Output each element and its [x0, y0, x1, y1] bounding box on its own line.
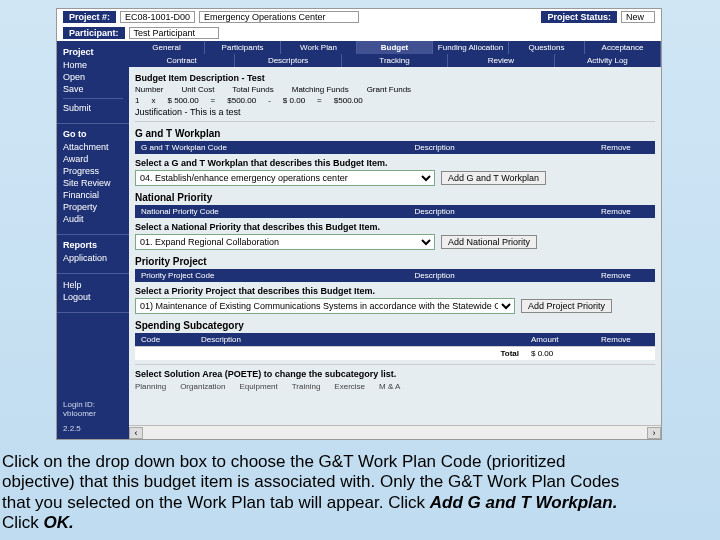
side-award[interactable]: Award	[63, 153, 123, 165]
gt-header-bar: G and T Workplan Code Description Remove	[135, 141, 655, 154]
side-save[interactable]: Save	[63, 83, 123, 95]
tab-questions[interactable]: Questions	[509, 41, 585, 54]
side-head-goto: Go to	[63, 129, 123, 139]
np-select[interactable]: 01. Expand Regional Collaboration	[135, 234, 435, 250]
tab-general[interactable]: General	[129, 41, 205, 54]
side-home[interactable]: Home	[63, 59, 123, 71]
tab-tracking[interactable]: Tracking	[342, 54, 448, 67]
login-id-label: Login ID:	[63, 400, 123, 409]
side-head-project: Project	[63, 47, 123, 57]
add-gt-workplan-button[interactable]: Add G and T Workplan	[441, 171, 546, 185]
main: General Participants Work Plan Budget Fu…	[129, 41, 661, 439]
side-head-reports: Reports	[63, 240, 123, 250]
pp-select-label: Select a Priority Project that describes…	[135, 286, 655, 296]
tab-contract[interactable]: Contract	[129, 54, 235, 67]
pp-header-bar: Priority Project Code Description Remove	[135, 269, 655, 282]
tabs-primary: General Participants Work Plan Budget Fu…	[129, 41, 661, 54]
np-title: National Priority	[135, 192, 655, 203]
tab-workplan[interactable]: Work Plan	[281, 41, 357, 54]
project-status: New	[621, 11, 655, 23]
scroll-right-icon[interactable]: ›	[647, 427, 661, 439]
gt-workplan-select[interactable]: 04. Establish/enhance emergency operatio…	[135, 170, 435, 186]
tab-budget[interactable]: Budget	[357, 41, 433, 54]
tab-acceptance[interactable]: Acceptance	[585, 41, 661, 54]
side-property[interactable]: Property	[63, 201, 123, 213]
scroll-left-icon[interactable]: ‹	[129, 427, 143, 439]
sol-row: Planning Organization Equipment Training…	[135, 381, 655, 392]
login-user: vbloomer	[63, 409, 123, 418]
side-application[interactable]: Application	[63, 252, 123, 264]
sub-title: Spending Subcategory	[135, 320, 655, 331]
side-logout[interactable]: Logout	[63, 291, 123, 303]
tab-activitylog[interactable]: Activity Log	[555, 54, 661, 67]
np-select-label: Select a National Priority that describe…	[135, 222, 655, 232]
participant-label: Participant:	[63, 27, 125, 39]
side-audit[interactable]: Audit	[63, 213, 123, 225]
sol-label: Select Solution Area (POETE) to change t…	[135, 369, 655, 379]
tabs-secondary: Contract Descriptors Tracking Review Act…	[129, 54, 661, 67]
justification: Justification - This is a test	[135, 107, 655, 117]
side-help[interactable]: Help	[63, 279, 123, 291]
gt-select-label: Select a G and T Workplan that describes…	[135, 158, 655, 168]
pp-select[interactable]: 01) Maintenance of Existing Communicatio…	[135, 298, 515, 314]
tab-review[interactable]: Review	[448, 54, 554, 67]
project-status-label: Project Status:	[541, 11, 617, 23]
subcat-header: Code Description Amount Remove	[135, 333, 655, 346]
subcat-total: Total $ 0.00	[135, 346, 655, 360]
np-header-bar: National Priority Code Description Remov…	[135, 205, 655, 218]
side-progress[interactable]: Progress	[63, 165, 123, 177]
participant: Test Participant	[129, 27, 219, 39]
tab-participants[interactable]: Participants	[205, 41, 281, 54]
add-national-priority-button[interactable]: Add National Priority	[441, 235, 537, 249]
side-attachment[interactable]: Attachment	[63, 141, 123, 153]
project-num-label: Project #:	[63, 11, 116, 23]
gt-title: G and T Workplan	[135, 128, 655, 139]
funds-row: 1x $ 500.00= $500.00- $ 0.00= $500.00	[135, 96, 655, 105]
funds-header: Number Unit Cost Total Funds Matching Fu…	[135, 85, 655, 94]
app-window: Project #: EC08-1001-D00 Emergency Opera…	[56, 8, 662, 440]
header-row-2: Participant: Test Participant	[57, 25, 661, 41]
pp-title: Priority Project	[135, 256, 655, 267]
horizontal-scrollbar[interactable]: ‹ ›	[129, 425, 661, 439]
header-row-1: Project #: EC08-1001-D00 Emergency Opera…	[57, 9, 661, 25]
tab-funding[interactable]: Funding Allocation	[433, 41, 509, 54]
tab-descriptors[interactable]: Descriptors	[235, 54, 341, 67]
side-sitereview[interactable]: Site Review	[63, 177, 123, 189]
budget-item-desc: Budget Item Description - Test	[135, 73, 655, 83]
add-project-priority-button[interactable]: Add Project Priority	[521, 299, 612, 313]
instruction-text: Click on the drop down box to choose the…	[2, 452, 718, 534]
version: 2.2.5	[57, 422, 129, 435]
project-num: EC08-1001-D00	[120, 11, 195, 23]
side-open[interactable]: Open	[63, 71, 123, 83]
side-submit[interactable]: Submit	[63, 102, 123, 114]
sidebar: Project Home Open Save Submit Go to Atta…	[57, 41, 129, 439]
content: Budget Item Description - Test Number Un…	[129, 67, 661, 425]
project-name: Emergency Operations Center	[199, 11, 359, 23]
side-financial[interactable]: Financial	[63, 189, 123, 201]
